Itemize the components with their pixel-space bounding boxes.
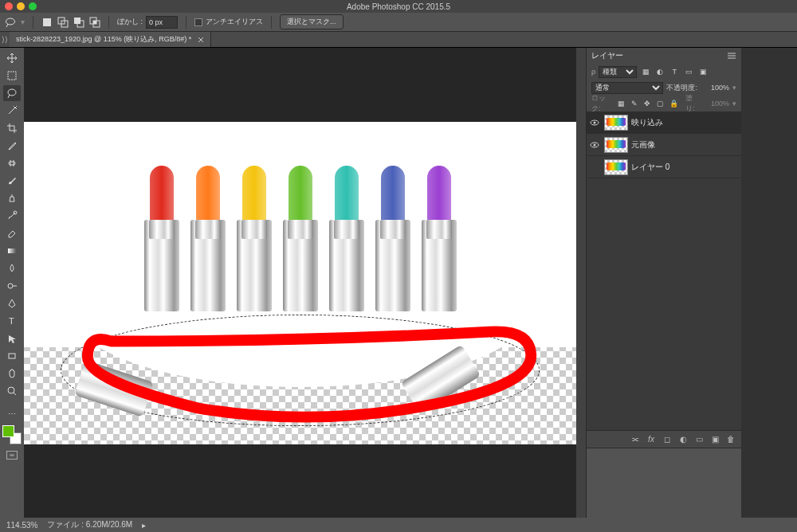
collapsed-panel-strip[interactable] — [576, 48, 586, 518]
group-icon[interactable]: ▭ — [693, 434, 705, 445]
edit-toolbar-icon[interactable]: ⋯ — [3, 405, 21, 421]
window-titlebar: Adobe Photoshop CC 2015.5 — [0, 0, 797, 13]
visibility-toggle[interactable] — [590, 118, 601, 127]
link-layers-icon[interactable]: ⫘ — [630, 434, 641, 445]
eraser-tool[interactable] — [3, 225, 21, 241]
filter-adjust-icon[interactable]: ◐ — [654, 66, 665, 77]
lipstick-tube — [190, 220, 226, 311]
magic-wand-tool[interactable] — [3, 103, 21, 119]
layer-thumbnail[interactable] — [604, 115, 628, 131]
options-bar: ▾ ぼかし : アンチエイリアス 選択とマスク... — [0, 13, 797, 32]
layer-row[interactable]: 映り込み — [587, 111, 741, 134]
svg-point-0 — [6, 18, 15, 25]
selection-subtract-icon[interactable] — [73, 17, 84, 28]
app-title: Adobe Photoshop CC 2015.5 — [347, 2, 450, 11]
quick-mask-mode[interactable] — [3, 448, 21, 462]
blur-tool[interactable] — [3, 260, 21, 276]
layer-thumbnail[interactable] — [604, 159, 628, 175]
svg-rect-16 — [9, 354, 15, 358]
refine-edge-button[interactable]: 選択とマスク... — [280, 14, 344, 29]
lasso-tool[interactable] — [3, 85, 21, 101]
window-minimize-button[interactable] — [17, 2, 25, 10]
layer-thumbnail[interactable] — [604, 137, 628, 153]
lipstick-tube — [329, 220, 364, 311]
lipstick — [144, 166, 179, 311]
hand-tool[interactable] — [3, 366, 21, 381]
tools-collapse-icon[interactable]: ⟩⟩ — [0, 35, 10, 44]
layer-row[interactable]: 元画像 — [587, 134, 741, 156]
dodge-tool[interactable] — [3, 278, 21, 294]
selection-new-icon[interactable] — [41, 17, 53, 28]
eyedropper-tool[interactable] — [3, 138, 21, 154]
layer-fx-icon[interactable]: fx — [646, 434, 657, 445]
close-icon[interactable] — [198, 37, 204, 43]
layers-panel-title[interactable]: レイヤー — [591, 50, 623, 61]
layer-name[interactable]: レイヤー 0 — [631, 162, 669, 173]
lasso-tool-icon[interactable] — [5, 17, 16, 28]
layers-list: 映り込み元画像レイヤー 0 — [587, 111, 741, 430]
new-layer-icon[interactable]: ▣ — [709, 434, 720, 445]
feather-input[interactable] — [146, 16, 178, 29]
document-tab[interactable]: stick-2828223_1920.jpg @ 115% (映り込み, RGB… — [10, 32, 211, 47]
filter-smart-icon[interactable]: ▣ — [697, 66, 709, 77]
lipstick-tip — [242, 166, 266, 223]
lock-transparent-icon[interactable]: ▦ — [616, 98, 626, 109]
layer-row[interactable]: レイヤー 0 — [587, 156, 741, 178]
lipstick-tube — [144, 220, 179, 311]
crop-tool[interactable] — [3, 120, 21, 136]
gradient-tool[interactable] — [3, 243, 21, 259]
svg-rect-1 — [43, 18, 51, 26]
layer-name[interactable]: 映り込み — [631, 117, 663, 128]
blend-mode-select[interactable]: 通常 — [591, 82, 663, 94]
foreground-background-colors[interactable] — [2, 425, 22, 444]
window-close-button[interactable] — [5, 2, 13, 10]
lipstick — [190, 166, 226, 311]
fill-value[interactable]: 100% — [704, 100, 730, 108]
move-tool[interactable] — [3, 50, 21, 66]
file-info-value: 6.20M/20.6M — [86, 520, 132, 529]
zoom-tool[interactable] — [3, 383, 21, 399]
visibility-toggle[interactable] — [590, 140, 601, 150]
opacity-value[interactable]: 100% — [701, 84, 729, 92]
svg-point-17 — [8, 387, 14, 393]
document-tab-strip: ⟩⟩ stick-2828223_1920.jpg @ 115% (映り込み, … — [0, 32, 797, 48]
layer-name[interactable]: 元画像 — [631, 139, 655, 151]
lipstick-tip — [150, 166, 174, 223]
trash-icon[interactable]: 🗑 — [725, 434, 736, 445]
lipstick — [283, 166, 318, 311]
svg-rect-11 — [9, 162, 15, 165]
opacity-label: 不透明度: — [666, 83, 697, 93]
lipstick-tube — [422, 220, 457, 311]
layer-filter-select[interactable]: 種類 — [599, 66, 637, 78]
anti-alias-checkbox[interactable] — [194, 18, 202, 26]
pen-tool[interactable] — [3, 295, 21, 311]
zoom-level[interactable]: 114.53% — [6, 521, 37, 530]
lock-position-icon[interactable]: ✥ — [642, 98, 653, 109]
lock-artboard-icon[interactable]: ▢ — [656, 98, 666, 109]
canvas-area[interactable] — [24, 48, 576, 518]
lock-all-icon[interactable]: 🔒 — [669, 98, 679, 109]
history-brush-tool[interactable] — [3, 208, 21, 224]
window-zoom-button[interactable] — [29, 2, 37, 10]
filter-pixel-icon[interactable]: ▦ — [640, 66, 651, 77]
rectangle-tool[interactable] — [3, 348, 21, 364]
selection-add-icon[interactable] — [57, 17, 69, 28]
brush-tool[interactable] — [3, 173, 21, 189]
lipstick — [237, 166, 272, 311]
panel-menu-icon[interactable] — [727, 51, 736, 61]
filter-type-icon[interactable]: T — [669, 66, 680, 77]
spot-heal-tool[interactable] — [3, 155, 21, 171]
filter-shape-icon[interactable]: ▭ — [683, 66, 694, 77]
status-menu-chevron-icon[interactable]: ▸ — [142, 521, 146, 530]
foreground-color-swatch[interactable] — [2, 425, 14, 437]
document-canvas[interactable] — [24, 122, 576, 444]
adjustment-layer-icon[interactable]: ◐ — [677, 434, 689, 445]
selection-intersect-icon[interactable] — [89, 17, 100, 28]
lock-paint-icon[interactable]: ✎ — [629, 98, 639, 109]
clone-stamp-tool[interactable] — [3, 190, 21, 206]
lipstick-tip — [196, 166, 220, 223]
layer-mask-icon[interactable]: ◻ — [662, 434, 673, 445]
path-selection-tool[interactable] — [3, 331, 21, 346]
type-tool[interactable]: T — [3, 313, 21, 329]
marquee-tool[interactable] — [3, 68, 21, 84]
